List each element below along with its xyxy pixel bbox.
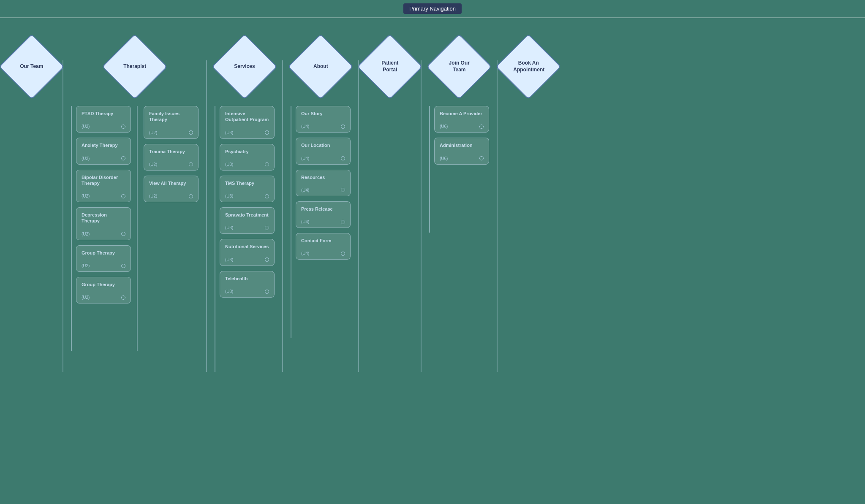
about-line [291, 106, 291, 338]
therapist-group1[interactable]: Group Therapy (U2) [76, 245, 131, 272]
therapist-subcol-1 [71, 106, 72, 351]
about-location[interactable]: Our Location (U4) [296, 138, 351, 164]
join-line [429, 106, 430, 233]
nav-column-join-our-team: Join Our Team Become A Provider (U6) Adm… [429, 43, 489, 233]
diamond-therapist[interactable]: Therapist [112, 43, 158, 98]
therapist-trauma[interactable]: Trauma Therapy (U2) [144, 144, 199, 171]
services-tms[interactable]: TMS Therapy (U3) [220, 176, 275, 202]
therapist-bipolar[interactable]: Bipolar Disorder Therapy (U2) [76, 170, 131, 203]
diamond-about[interactable]: About [297, 43, 344, 98]
services-telehealth[interactable]: Telehealth (U3) [220, 271, 275, 298]
separator-6 [497, 60, 498, 372]
services-iop[interactable]: Intensive Outpatient Program (U3) [220, 106, 275, 139]
top-bar: Primary Navigation [0, 0, 865, 18]
therapist-depression[interactable]: Depression Therapy (U2) [76, 207, 131, 240]
diamond-patient-portal[interactable]: Patient Portal [367, 43, 413, 98]
about-our-story[interactable]: Our Story (U4) [296, 106, 351, 133]
separator-1 [63, 60, 63, 372]
diamond-services[interactable]: Services [221, 43, 268, 98]
join-administration[interactable]: Administration (U6) [434, 138, 489, 164]
therapist-family[interactable]: Family Issues Therapy (U2) [144, 106, 199, 139]
nav-column-patient-portal: Patient Portal [367, 43, 413, 98]
separator-4 [358, 60, 359, 372]
nav-column-book-appointment: Book An Appointment [505, 43, 552, 98]
services-spravato[interactable]: Spravato Treatment (U3) [220, 207, 275, 234]
about-press-release[interactable]: Press Release (U4) [296, 201, 351, 228]
therapist-ptsd[interactable]: PTSD Therapy (U2) [76, 106, 131, 133]
nav-column-our-team: Our Team [8, 43, 55, 98]
therapist-anxiety[interactable]: Anxiety Therapy (U2) [76, 138, 131, 164]
nav-column-about: About Our Story (U4) Our Location [291, 43, 351, 338]
about-resources[interactable]: Resources (U4) [296, 170, 351, 196]
services-line [215, 106, 215, 372]
services-nutritional[interactable]: Nutritional Services (U3) [220, 239, 275, 266]
primary-nav-label: Primary Navigation [403, 3, 462, 14]
about-contact-form[interactable]: Contact Form (U4) [296, 233, 351, 260]
separator-2 [206, 60, 207, 372]
services-psychiatry[interactable]: Psychiatry (U3) [220, 144, 275, 171]
nav-column-therapist: Therapist PTSD Therapy (U2) [71, 43, 199, 351]
diamond-our-team[interactable]: Our Team [8, 43, 55, 98]
main-content: Our Team Therapist PTSD Therapy (U2 [0, 18, 865, 389]
therapist-view-all[interactable]: View All Therapy (U2) [144, 176, 199, 202]
separator-5 [421, 60, 422, 372]
diamond-book-appointment[interactable]: Book An Appointment [505, 43, 552, 98]
separator-3 [282, 60, 283, 372]
therapist-group2[interactable]: Group Therapy (U2) [76, 277, 131, 303]
diamond-join-our-team[interactable]: Join Our Team [436, 43, 482, 98]
join-become-provider[interactable]: Become A Provider (U6) [434, 106, 489, 133]
nav-column-services: Services Intensive Outpatient Program (U… [215, 43, 275, 372]
